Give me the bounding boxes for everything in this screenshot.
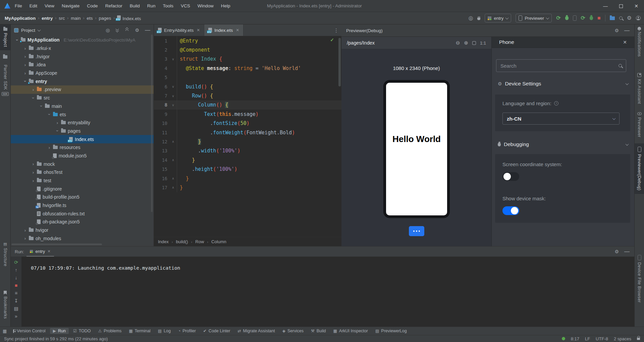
down-icon[interactable]: ↓ (15, 275, 17, 280)
close-icon[interactable]: ✕ (197, 28, 200, 32)
layout-icon[interactable]: ▦ (3, 329, 7, 334)
hide-panel-button[interactable]: — (624, 249, 630, 254)
menu-file[interactable]: File (15, 3, 22, 8)
code-line-15[interactable]: 15 .height('100%') (154, 164, 341, 174)
tree-item-MyApplication[interactable]: ›MyApplicationE:\work\DevEcoStudioProjec… (11, 36, 154, 44)
fold-marker-icon[interactable]: ∨ (169, 94, 177, 98)
sidebar-item-structure[interactable]: ▤ Structure (0, 242, 10, 266)
close-icon[interactable]: ✕ (623, 40, 627, 45)
chevron-collapsed-icon[interactable]: › (32, 170, 35, 175)
tree-item-hvigorfile.ts[interactable]: TShvigorfile.ts (11, 201, 154, 210)
project-view-selector[interactable]: Project (21, 28, 35, 33)
tree-item-test[interactable]: ›test (11, 177, 154, 185)
previewer-selector[interactable]: Previewer (516, 14, 552, 22)
select-opened-file-button[interactable]: ◎ (106, 28, 110, 32)
more-options-icon[interactable]: ⋮ (334, 28, 339, 33)
toolwindow-button-profiler[interactable]: ◔Profiler (175, 328, 199, 334)
fold-marker-icon[interactable]: ∧ (169, 158, 177, 162)
attach-debugger-button[interactable] (590, 16, 593, 20)
run-log-line[interactable]: 07/10 17:59:07: Launching com.example.my… (31, 265, 180, 271)
close-button[interactable]: ✕ (629, 0, 644, 12)
fold-marker-icon[interactable]: ∧ (169, 140, 177, 143)
chevron-collapsed-icon[interactable]: › (32, 87, 35, 92)
code-line-10[interactable]: 10 .fontSize(50) (154, 119, 341, 128)
scroll-to-end-icon[interactable]: ↧ (14, 298, 18, 303)
editor-breadcrumb-column[interactable]: Column (211, 239, 226, 244)
tree-item-hvigor[interactable]: ›hvigor (11, 226, 154, 234)
chevron-expanded-icon[interactable]: › (47, 113, 52, 116)
tree-item-oh-package.json5[interactable]: oh-package.json5 (11, 218, 154, 226)
profiler-button[interactable] (573, 15, 577, 21)
chevron-expanded-icon[interactable]: › (31, 96, 36, 99)
minimize-button[interactable]: — (598, 0, 613, 12)
indent-label[interactable]: 2 spaces (614, 336, 631, 341)
chevron-collapsed-icon[interactable]: › (23, 62, 27, 67)
code-area[interactable]: 1@Entry2@Component3∨struct Index {4 @Sta… (154, 36, 341, 192)
chevron-collapsed-icon[interactable]: › (23, 46, 27, 51)
tree-item-.preview[interactable]: ›.preview (11, 85, 154, 94)
search-everywhere-button[interactable] (619, 16, 623, 20)
settings-button[interactable]: ⚙ (627, 15, 632, 21)
breadcrumb-item-pages[interactable]: pages (99, 16, 111, 21)
chevron-collapsed-icon[interactable]: › (23, 236, 27, 241)
search-input[interactable]: Search (496, 59, 626, 72)
chevron-expanded-icon[interactable]: › (23, 80, 28, 83)
tree-item-mock[interactable]: ›mock (11, 160, 154, 168)
chevron-collapsed-icon[interactable]: › (23, 54, 27, 59)
breadcrumb-item-src[interactable]: src (59, 16, 65, 21)
toolwindow-button-services[interactable]: ◈Services (279, 328, 307, 334)
run-button[interactable]: ⟳ (556, 15, 560, 21)
soft-wrap-icon[interactable]: ≡ (15, 291, 17, 295)
code-line-14[interactable]: 14∧ } (154, 155, 341, 164)
tree-item-resources[interactable]: ›resources (11, 143, 154, 152)
tree-item-oh_modules[interactable]: ›oh_modules (11, 234, 154, 243)
view-options-icon[interactable]: ▤ (14, 306, 18, 311)
close-icon[interactable]: ✕ (236, 28, 239, 32)
sidebar-item-partner-sdk[interactable]: Partner SDK SDK (0, 65, 10, 96)
debugging-section-header[interactable]: Debugging (498, 141, 628, 147)
editor-breadcrumb-row[interactable]: Row (195, 239, 204, 244)
account-button[interactable] (636, 16, 641, 20)
zoom-out-icon[interactable]: ⊖ (456, 40, 460, 46)
folder-strip-icon[interactable] (0, 55, 10, 59)
zoom-in-icon[interactable]: ⊕ (464, 40, 468, 46)
gear-icon[interactable]: ⚙ (614, 249, 619, 254)
sidebar-item-bookmarks[interactable]: Bookmarks (0, 291, 10, 319)
encoding-label[interactable]: UTF-8 (596, 336, 608, 341)
tree-item-ets[interactable]: ›ets (11, 110, 154, 119)
device-manager-icon[interactable]: ◎ (469, 15, 473, 21)
chevron-collapsed-icon[interactable]: › (32, 178, 35, 183)
chevron-collapsed-icon[interactable]: › (23, 228, 27, 233)
preview-more-button[interactable] (409, 226, 424, 236)
lock-icon[interactable] (637, 338, 640, 340)
tree-item-.gitignore[interactable]: .gitignore (11, 185, 154, 193)
tab-index.ets[interactable]: ETSIndex.ets✕ (204, 24, 244, 36)
menu-run[interactable]: Run (147, 3, 156, 8)
tree-item-pages[interactable]: ›pages (11, 127, 154, 135)
menu-edit[interactable]: Edit (30, 3, 37, 8)
chevron-collapsed-icon[interactable]: › (56, 120, 59, 125)
chevron-collapsed-icon[interactable]: › (32, 161, 35, 166)
rerun-icon[interactable]: ⟳ (14, 260, 18, 265)
maximize-button[interactable] (613, 0, 629, 12)
tree-item-main[interactable]: ›main (11, 102, 154, 111)
toolwindow-button-problems[interactable]: ⚠Problems (95, 328, 125, 334)
tree-item-entryability[interactable]: ›entryability (11, 119, 154, 127)
fold-marker-icon[interactable]: ∧ (169, 177, 177, 180)
menu-window[interactable]: Window (198, 3, 214, 8)
chevron-expanded-icon[interactable]: › (15, 38, 20, 42)
editor-breadcrumb-index[interactable]: Index (158, 239, 169, 244)
sidebar-item-kit-assistant[interactable]: Kit Assistant (635, 73, 644, 104)
module-selector[interactable]: entry (485, 14, 511, 22)
project-horizontal-scrollbar[interactable] (11, 244, 102, 245)
code-line-6[interactable]: 6∨ build() { (154, 82, 341, 91)
gear-icon[interactable]: ⚙ (135, 28, 139, 32)
code-line-3[interactable]: 3∨struct Index { (154, 55, 341, 64)
device-settings-section-header[interactable]: ⚙ Device Settings (498, 81, 628, 87)
tree-item-obfuscation-rules.txt[interactable]: obfuscation-rules.txt (11, 209, 154, 218)
tab-entryability.ets[interactable]: ETSEntryAbility.ets✕ (154, 24, 204, 36)
toolwindow-button-log[interactable]: ▤Log (155, 328, 174, 334)
menu-refactor[interactable]: Refactor (105, 3, 122, 8)
code-line-5[interactable]: 5 (154, 73, 341, 82)
sidebar-item-previewer-debug[interactable]: Previewer(Debug) (635, 143, 644, 194)
